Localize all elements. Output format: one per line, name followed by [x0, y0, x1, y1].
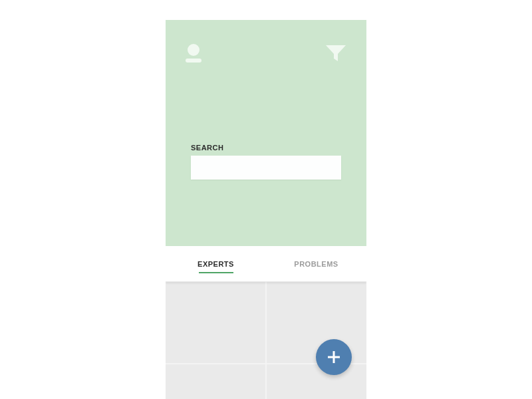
grid-cell[interactable]	[166, 363, 265, 399]
tab-bar: EXPERTS PROBLEMS	[166, 246, 366, 282]
search-label: SEARCH	[186, 144, 346, 152]
add-button[interactable]	[316, 339, 352, 375]
grid-cell[interactable]	[166, 282, 265, 362]
profile-icon[interactable]	[186, 44, 201, 63]
tab-experts[interactable]: EXPERTS	[166, 246, 266, 281]
filter-icon[interactable]	[325, 44, 346, 63]
hero-panel: SEARCH	[166, 20, 366, 246]
plus-icon	[327, 350, 340, 364]
grid-divider	[265, 282, 267, 399]
tab-problems[interactable]: PROBLEMS	[266, 246, 366, 281]
grid-cell[interactable]	[267, 363, 366, 399]
search-section: SEARCH	[186, 144, 346, 180]
profile-icon-base	[186, 59, 201, 63]
svg-rect-1	[328, 356, 340, 358]
hero-top-bar	[186, 40, 346, 66]
profile-icon-head	[188, 44, 200, 56]
app-frame: SEARCH EXPERTS PROBLEMS	[166, 20, 366, 399]
search-input[interactable]	[191, 156, 341, 180]
